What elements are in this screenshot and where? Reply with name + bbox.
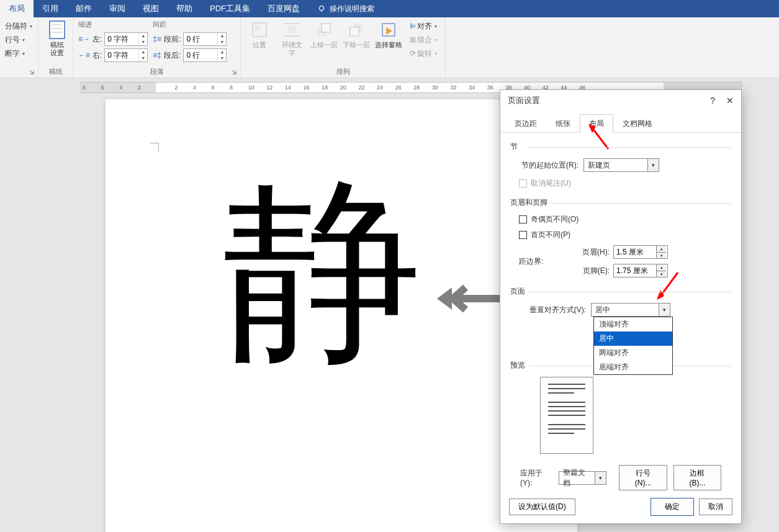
chevron-down-icon[interactable]: ▾	[595, 472, 606, 484]
valign-option-center[interactable]: 居中	[594, 331, 672, 346]
dialog-tab-paper[interactable]: 纸张	[546, 114, 580, 133]
ruler-tick-label: 20	[340, 84, 346, 91]
indent-right-label: 右:	[92, 50, 102, 61]
page-section-title: 页面	[510, 287, 529, 295]
group-icon: ⊞	[410, 35, 416, 44]
breaks-button[interactable]: 分隔符▾	[5, 20, 33, 32]
odd-even-checkbox[interactable]: 奇偶页不同(O)	[519, 214, 731, 225]
indent-title: 缩进	[78, 20, 148, 29]
borders-dialog-button[interactable]: 边框(B)...	[673, 465, 721, 490]
rotate-icon: ⟳	[410, 49, 416, 58]
spacing-before-input[interactable]: ▲▼	[183, 32, 227, 46]
paragraph-launcher-icon[interactable]: ⇲	[232, 69, 239, 76]
group-button: ⊞ 组合▾	[410, 34, 437, 46]
ruler-tick-label: 4	[193, 84, 196, 91]
first-page-checkbox[interactable]: 首页不同(P)	[519, 230, 731, 240]
dialog-tab-grid[interactable]: 文档网格	[613, 114, 662, 133]
tab-references[interactable]: 引用	[34, 0, 67, 17]
dialog-tab-layout[interactable]: 布局	[580, 114, 613, 133]
paragraph-group-label: 段落	[78, 66, 235, 76]
ruler-tick-label: 12	[266, 84, 272, 91]
valign-option-justify[interactable]: 两端对齐	[594, 346, 672, 360]
indent-left-label: 左:	[92, 34, 102, 45]
ruler-tick-label: 28	[413, 84, 420, 91]
apply-to-label: 应用于(Y):	[520, 468, 552, 487]
ruler-tick-label: 14	[285, 84, 291, 91]
header-distance-input[interactable]: ▴▾	[613, 245, 668, 259]
send-backward-icon	[346, 20, 366, 40]
align-icon: ⊫	[410, 22, 416, 30]
chevron-down-icon[interactable]: ▾	[647, 159, 659, 171]
ruler-tick-label: 32	[451, 84, 457, 91]
ruler-tick-label: 2	[174, 84, 178, 91]
tell-me-search[interactable]: 操作说明搜索	[311, 4, 380, 14]
section-title: 节	[510, 142, 521, 151]
send-backward-button: 下移一层	[343, 20, 370, 49]
dialog-titlebar: 页面设置 ? ✕	[500, 90, 741, 111]
ruler-tick-label: 18	[322, 84, 328, 91]
section-start-select[interactable]: 新建页 ▾	[583, 158, 659, 172]
ruler-tick-label: 22	[358, 84, 364, 91]
footer-distance-input[interactable]: ▴▾	[613, 264, 668, 277]
page-setup-launcher-icon[interactable]: ⇲	[29, 69, 37, 76]
valign-option-bottom[interactable]: 底端对齐	[594, 360, 672, 374]
chevron-down-icon[interactable]: ▾	[659, 304, 670, 316]
tab-baidu-netdisk[interactable]: 百度网盘	[259, 0, 308, 17]
document-text[interactable]: 静	[223, 174, 422, 372]
svg-rect-8	[288, 26, 295, 34]
dialog-tab-margins[interactable]: 页边距	[505, 114, 546, 133]
manuscript-group-label: 稿纸	[43, 66, 68, 76]
dialog-help-button[interactable]: ?	[710, 96, 715, 106]
tab-help[interactable]: 帮助	[168, 0, 201, 17]
svg-marker-16	[386, 27, 392, 35]
tab-layout[interactable]: 布局	[0, 0, 34, 17]
tab-view[interactable]: 视图	[134, 0, 168, 17]
indent-left-input[interactable]: ▲▼	[104, 32, 148, 46]
tab-review[interactable]: 审阅	[101, 0, 134, 17]
suppress-endnotes-checkbox: 取消尾注(U)	[519, 178, 731, 189]
ruler-tick-label: 2	[138, 84, 141, 91]
ruler-tick-label: 24	[377, 84, 383, 91]
ruler-tick-label: 8	[83, 84, 86, 91]
valign-label: 垂直对齐方式(V):	[519, 305, 586, 315]
valign-option-top[interactable]: 顶端对齐	[594, 317, 672, 331]
valign-dropdown-list: 顶端对齐 居中 两端对齐 底端对齐	[593, 317, 673, 375]
ruler-tick-label: 36	[487, 84, 493, 91]
position-button: 位置	[246, 20, 273, 49]
spacing-before-icon: ‡≡	[153, 35, 161, 43]
svg-point-0	[320, 6, 324, 11]
selection-pane-button[interactable]: 选择窗格	[375, 20, 402, 49]
position-icon	[250, 20, 269, 40]
ok-button[interactable]: 确定	[651, 498, 694, 516]
spacing-title: 间距	[153, 20, 227, 29]
ruler-tick-label: 26	[395, 84, 402, 91]
dialog-close-button[interactable]: ✕	[726, 96, 734, 106]
ruler-tick-label: 8	[230, 84, 233, 91]
valign-select[interactable]: 居中 ▾	[591, 303, 670, 317]
spacing-after-input[interactable]: ▲▼	[183, 48, 227, 62]
spacing-before-label: 段前:	[164, 34, 181, 45]
indent-right-input[interactable]: ▲▼	[104, 48, 148, 62]
hyphenation-button[interactable]: 断字▾	[5, 47, 33, 60]
align-button[interactable]: ⊫ 对齐▾	[410, 20, 437, 32]
tab-pdf-tools[interactable]: PDF工具集	[201, 0, 259, 17]
apply-to-select[interactable]: 整篇文档 ▾	[559, 471, 606, 485]
spacing-after-label: 段后:	[164, 50, 181, 61]
selection-pane-icon	[379, 20, 399, 40]
line-numbers-button[interactable]: 行号▾	[5, 34, 33, 46]
cancel-button[interactable]: 取消	[699, 498, 732, 515]
manuscript-settings-button[interactable]: 稿纸 设置	[43, 20, 71, 57]
headers-footers-title: 页眉和页脚	[510, 198, 551, 207]
ruler-tick-label: 6	[211, 84, 214, 91]
rotate-button: ⟳ 旋转▾	[410, 47, 437, 60]
line-numbers-dialog-button[interactable]: 行号(N)...	[619, 465, 667, 490]
svg-rect-2	[50, 21, 65, 38]
distance-label: 距边界:	[519, 256, 551, 267]
tab-mail[interactable]: 邮件	[67, 0, 101, 17]
wrap-text-icon	[282, 20, 302, 40]
svg-rect-7	[254, 25, 259, 30]
arrange-group-label: 排列	[246, 66, 440, 76]
wrap-text-button: 环绕文 字	[278, 20, 305, 57]
set-default-button[interactable]: 设为默认值(D)	[509, 498, 575, 515]
svg-rect-12	[322, 24, 330, 32]
